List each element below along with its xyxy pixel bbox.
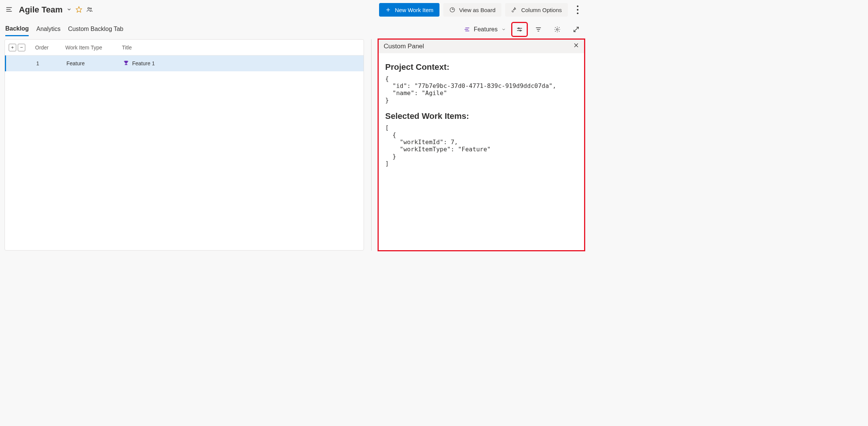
grid-header: + − Order Work Item Type Title [5, 40, 364, 55]
panel-body: Project Context: { "id": "77b7e9bc-37d0-… [378, 53, 584, 180]
svg-point-11 [577, 9, 578, 11]
side-panel-toggle[interactable] [512, 23, 527, 36]
new-work-item-label: New Work Item [395, 7, 433, 13]
svg-marker-3 [76, 6, 82, 12]
column-title[interactable]: Title [122, 45, 360, 51]
panel-header: Custom Panel [378, 39, 584, 53]
cell-title: Feature 1 [123, 60, 360, 67]
chevron-down-icon [66, 7, 72, 13]
svg-point-17 [518, 28, 519, 29]
svg-point-19 [520, 30, 521, 31]
feature-icon [123, 60, 129, 67]
selected-items-heading: Selected Work Items: [385, 111, 578, 121]
page-header: Agile Team New Work Item View as Board [0, 0, 589, 19]
collapse-all-button[interactable]: − [18, 44, 25, 51]
column-type[interactable]: Work Item Type [65, 45, 122, 51]
filter-button[interactable] [531, 23, 546, 36]
svg-point-23 [557, 29, 558, 31]
cell-title-text: Feature 1 [132, 60, 155, 66]
cell-type: Feature [66, 60, 123, 66]
settings-button[interactable] [550, 23, 565, 36]
close-icon[interactable] [573, 42, 579, 50]
view-toolbar: Features [462, 23, 584, 36]
tab-bar: Backlog Analytics Custom Backlog Tab Fea… [0, 19, 589, 36]
new-work-item-button[interactable]: New Work Item [379, 3, 439, 17]
team-picker[interactable]: Agile Team [17, 5, 72, 15]
main-split: + − Order Work Item Type Title 1 Feature… [0, 36, 589, 255]
svg-line-24 [576, 27, 578, 29]
svg-point-5 [90, 8, 91, 9]
svg-line-25 [574, 29, 576, 32]
panel-title: Custom Panel [384, 43, 424, 50]
team-title: Agile Team [19, 5, 63, 15]
view-as-board-label: View as Board [459, 7, 495, 13]
selected-items-json: [ { "workItemId": 7, "workItemType": "Fe… [385, 124, 578, 167]
svg-point-4 [88, 7, 89, 9]
cell-order: 1 [36, 60, 66, 66]
splitter[interactable] [364, 39, 378, 251]
header-actions: New Work Item View as Board Column Optio… [379, 3, 584, 17]
expand-all-button[interactable]: + [9, 44, 16, 51]
column-options-label: Column Options [521, 7, 562, 13]
backlog-grid: + − Order Work Item Type Title 1 Feature… [5, 39, 364, 251]
tab-custom-backlog[interactable]: Custom Backlog Tab [68, 23, 123, 35]
more-actions-button[interactable] [572, 3, 584, 17]
backlog-level-picker[interactable]: Features [462, 25, 508, 34]
backlog-level-label: Features [474, 26, 498, 33]
tab-analytics[interactable]: Analytics [36, 23, 60, 35]
column-order[interactable]: Order [35, 45, 65, 51]
tab-backlog[interactable]: Backlog [5, 23, 29, 36]
svg-point-10 [577, 6, 578, 7]
view-as-board-button[interactable]: View as Board [443, 3, 501, 17]
project-context-heading: Project Context: [385, 62, 578, 72]
column-options-button[interactable]: Column Options [505, 3, 568, 17]
favorite-icon[interactable] [76, 6, 82, 14]
menu-icon[interactable] [5, 6, 13, 14]
custom-panel: Custom Panel Project Context: { "id": "7… [378, 39, 584, 251]
project-context-json: { "id": "77b7e9bc-37d0-4771-839c-919d9dd… [385, 75, 578, 104]
fullscreen-button[interactable] [569, 23, 584, 36]
team-members-icon[interactable] [86, 6, 93, 14]
table-row[interactable]: 1 Feature Feature 1 [5, 55, 364, 71]
svg-point-12 [577, 12, 578, 14]
